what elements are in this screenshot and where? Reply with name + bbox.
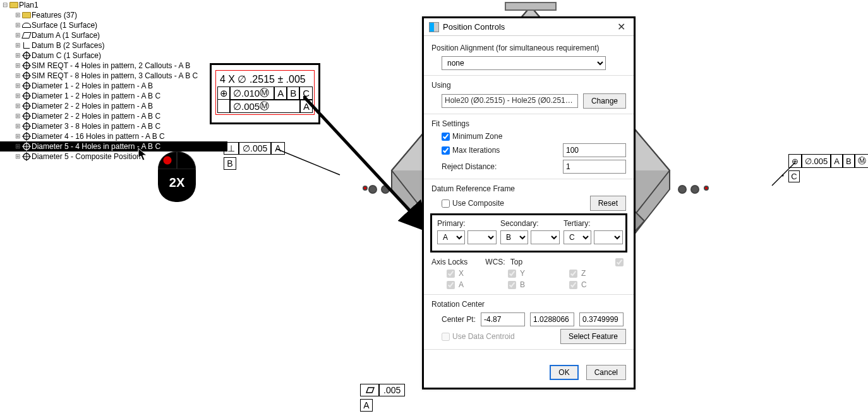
tree-item[interactable]: ⊞Diameter 1 - 2 Holes in pattern - A B C	[0, 91, 227, 101]
axis-a-checkbox: A	[447, 280, 464, 289]
svg-point-0	[369, 186, 377, 193]
tree-item[interactable]: ⊞Diameter 2 - 2 Holes in pattern - A B	[0, 101, 227, 111]
tree-item-label: Diameter 5 - Composite Position	[32, 152, 141, 162]
tree-item[interactable]: ⊞Datum A (1 Surface)	[0, 30, 227, 40]
axis-master-checkbox	[615, 258, 624, 266]
tree-item[interactable]: ⊞Features (37)	[0, 10, 227, 20]
tree-item-icon	[21, 142, 32, 151]
close-button[interactable]: ✕	[613, 21, 629, 33]
ok-button[interactable]: OK	[550, 365, 578, 380]
max-iterations-input[interactable]	[563, 143, 626, 157]
perpendicularity-callout: ⊥ ∅.005 A B	[224, 142, 285, 170]
change-button[interactable]: Change	[583, 93, 626, 109]
tree-item-icon	[21, 132, 32, 141]
center-y-input[interactable]	[530, 312, 574, 326]
max-iterations-checkbox[interactable]: Max Iterations	[442, 146, 500, 155]
secondary-datum-select[interactable]: B	[500, 230, 528, 244]
primary-modifier-select[interactable]	[467, 230, 497, 244]
tertiary-datum-select[interactable]: C	[564, 230, 591, 244]
tree-item-label: SIM REQT - 8 Holes in pattern, 3 Callout…	[32, 71, 198, 81]
svg-line-41	[277, 149, 340, 175]
expand-icon[interactable]: ⊞	[14, 111, 21, 121]
tree-item[interactable]: ⊞Datum C (1 Surface)	[0, 51, 227, 61]
reject-distance-input[interactable]	[563, 160, 626, 174]
axis-c-checkbox: C	[569, 280, 587, 289]
svg-point-5	[704, 186, 708, 190]
tree-root-label: Plan1	[19, 0, 39, 10]
tree-item-label: Surface (1 Surface)	[32, 20, 97, 30]
tree-item[interactable]: ⊞SIM REQT - 8 Holes in pattern, 3 Callou…	[0, 71, 227, 81]
tree-item-icon	[21, 81, 32, 90]
pos-symbol-icon: ⊕	[788, 154, 802, 168]
expand-icon[interactable]: ⊞	[14, 30, 21, 40]
expand-icon[interactable]: ⊞	[14, 141, 21, 152]
tree-item[interactable]: ⊞Diameter 5 - 4 Holes in pattern - A B C	[0, 141, 227, 152]
pos-mod: Ⓜ	[855, 154, 868, 168]
expand-icon[interactable]: ⊞	[14, 71, 21, 81]
use-data-centroid-checkbox: Use Data Centroid	[442, 332, 515, 341]
fcf-row1-mod: Ⓜ	[260, 87, 269, 99]
expand-icon[interactable]: ⊞	[14, 61, 21, 71]
center-x-input[interactable]	[481, 312, 525, 326]
tree-item-label: Diameter 2 - 2 Holes in pattern - A B C	[32, 111, 160, 121]
alignment-select[interactable]: none	[442, 56, 606, 70]
fcf-row1-d1: A	[274, 86, 287, 100]
tree-item-label: Datum C (1 Surface)	[32, 51, 101, 61]
position-controls-dialog: Position Controls ✕ Position Alignment (…	[422, 16, 636, 389]
collapse-icon[interactable]: ⊟	[1, 0, 9, 10]
pos-frame: C	[788, 170, 800, 182]
tree-item[interactable]: ⊞Diameter 1 - 2 Holes in pattern - A B	[0, 81, 227, 91]
select-feature-button[interactable]: Select Feature	[560, 329, 626, 344]
click-count: 2X	[158, 175, 196, 190]
plan-folder-icon	[9, 2, 19, 8]
tree-item-icon	[21, 102, 32, 110]
tree-item-icon	[21, 12, 32, 18]
flat-tol: .005	[379, 384, 405, 396]
expand-icon[interactable]: ⊞	[14, 51, 21, 61]
reset-button[interactable]: Reset	[590, 196, 626, 211]
expand-icon[interactable]: ⊞	[14, 121, 21, 131]
cancel-button[interactable]: Cancel	[586, 365, 626, 380]
position-symbol-icon: ⊕	[217, 86, 230, 100]
expand-icon[interactable]: ⊞	[14, 91, 21, 101]
fcf-row1-tol: ∅.010	[233, 88, 260, 99]
annotation-arrow	[303, 96, 436, 241]
tertiary-label: Tertiary:	[564, 219, 623, 228]
alignment-label: Position Alignment (for simultaneous req…	[431, 44, 626, 52]
expand-icon[interactable]: ⊞	[14, 20, 21, 30]
perp-tol: ∅.005	[239, 142, 271, 155]
dialog-title: Position Controls	[443, 22, 613, 32]
fcf-row2-d1: A	[300, 100, 313, 113]
expand-icon[interactable]: ⊞	[14, 131, 21, 141]
tertiary-modifier-select[interactable]	[594, 230, 623, 244]
primary-datum-select[interactable]: A	[437, 230, 465, 244]
tree-item-icon	[21, 122, 32, 131]
use-composite-checkbox[interactable]: Use Composite	[442, 199, 504, 208]
dialog-titlebar[interactable]: Position Controls ✕	[424, 18, 634, 36]
secondary-modifier-select[interactable]	[531, 230, 560, 244]
axis-y-checkbox: Y	[508, 269, 525, 278]
feature-tree[interactable]: ⊟ Plan1 ⊞Features (37)⊞Surface (1 Surfac…	[0, 0, 227, 162]
expand-icon[interactable]: ⊞	[14, 101, 21, 111]
tree-item-label: Features (37)	[32, 10, 77, 20]
tree-item[interactable]: ⊞SIM REQT - 4 Holes in pattern, 2 Callou…	[0, 61, 227, 71]
callout-leader	[277, 146, 353, 184]
tree-item[interactable]: ⊞Surface (1 Surface)	[0, 20, 227, 30]
perp-datum: A	[271, 142, 284, 155]
center-z-input[interactable]	[579, 312, 624, 326]
tree-item[interactable]: ⊞Diameter 4 - 16 Holes in pattern - A B …	[0, 131, 227, 141]
using-label: Using	[431, 81, 626, 90]
expand-icon[interactable]: ⊞	[14, 40, 21, 51]
tree-item[interactable]: ⊞Diameter 3 - 8 Holes in pattern - A B C	[0, 121, 227, 131]
tree-item-icon	[21, 112, 32, 121]
tree-root[interactable]: ⊟ Plan1	[0, 0, 227, 10]
expand-icon[interactable]: ⊞	[14, 81, 21, 91]
axis-x-checkbox: X	[447, 269, 464, 278]
tree-item[interactable]: ⊞Datum B (2 Surfaces)	[0, 40, 227, 51]
tree-item[interactable]: ⊞Diameter 2 - 2 Holes in pattern - A B C	[0, 111, 227, 121]
tree-item-icon	[21, 42, 32, 49]
expand-icon[interactable]: ⊞	[14, 152, 21, 162]
minimum-zone-checkbox[interactable]: Minimum Zone	[442, 132, 502, 141]
axis-locks-label: Axis Locks	[431, 258, 467, 266]
expand-icon[interactable]: ⊞	[14, 10, 21, 20]
